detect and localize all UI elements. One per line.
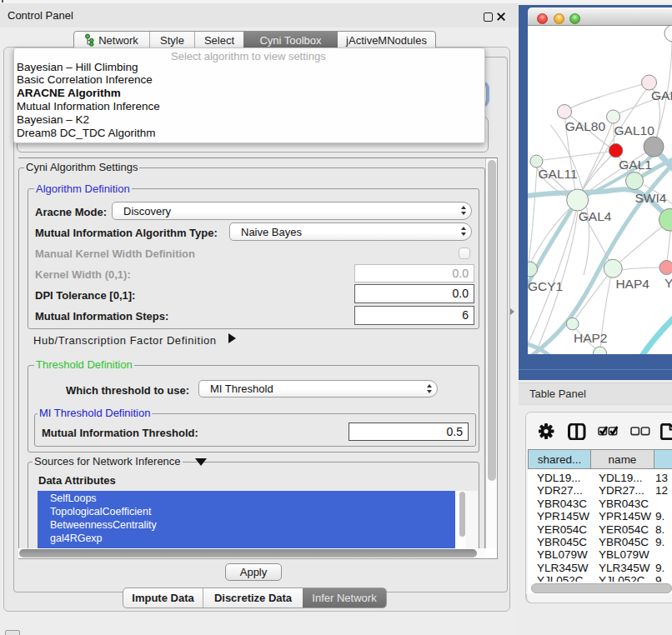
svg-text:SWI4: SWI4	[635, 191, 667, 205]
svg-text:HAP4: HAP4	[615, 277, 649, 291]
svg-text:GAL80: GAL80	[565, 119, 606, 133]
svg-text:GAL7: GAL7	[651, 88, 672, 102]
svg-text:GCY1: GCY1	[528, 279, 563, 293]
svg-text:HAP2: HAP2	[574, 331, 608, 345]
svg-text:GAL10: GAL10	[614, 123, 655, 138]
svg-text:GAL4: GAL4	[579, 209, 612, 223]
svg-text:YB: YB	[664, 276, 672, 290]
svg-text:GAL11: GAL11	[539, 167, 578, 181]
svg-text:GAL1: GAL1	[619, 158, 652, 172]
